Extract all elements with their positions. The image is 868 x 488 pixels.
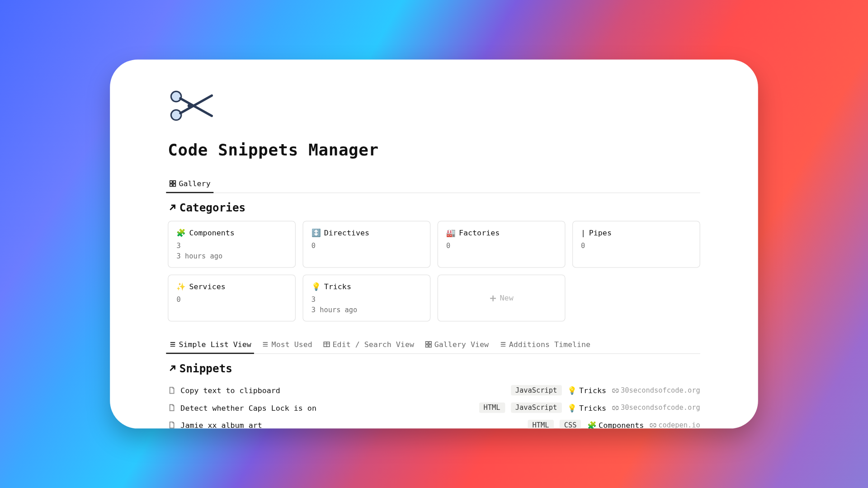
plus-icon [490,295,496,301]
svg-rect-5 [170,184,172,186]
gallery-icon [425,341,432,348]
category-card-directives[interactable]: ↕️ Directives 0 [302,221,430,268]
list-icon [169,341,177,348]
svg-rect-6 [173,184,175,186]
list-icon [262,341,269,348]
category-card-pipes[interactable]: | Pipes 0 [572,221,700,268]
northeast-arrow-icon [168,364,177,373]
category-count: 3 [311,296,422,304]
list-item[interactable]: Jamie xx album art HTML CSS 🧩 Components… [168,416,700,428]
snippets-list: Copy text to clipboard JavaScript 💡 Tric… [168,382,700,429]
gallery-icon [169,180,177,188]
page-title: Code Snippets Manager [168,141,700,160]
category-name: Factories [459,228,500,237]
northeast-arrow-icon [168,203,177,212]
scissors-icon [168,87,214,124]
section-label: Snippets [179,362,232,375]
category-name: Tricks [324,282,351,291]
tab-label: Gallery View [434,340,489,348]
list-icon [499,341,507,348]
app-window: Code Snippets Manager Gallery Categories… [110,60,758,429]
svg-point-1 [171,110,181,120]
link-icon [612,387,618,394]
snippet-category: 💡 Tricks [567,386,606,394]
snippets-heading[interactable]: Snippets [168,362,700,375]
language-tag: HTML [479,403,505,413]
tab-simple-list-view[interactable]: Simple List View [168,337,252,353]
category-emoji: 🧩 [176,229,185,237]
tab-label: Gallery [179,179,211,188]
category-emoji: ✨ [176,283,185,291]
snippet-title: Jamie xx album art [180,421,262,428]
category-emoji: ↕️ [311,229,321,237]
category-emoji: 🏭 [446,229,455,237]
category-card-components[interactable]: 🧩 Components 3 3 hours ago [168,221,296,268]
snippet-title: Copy text to clipboard [180,386,280,394]
document-icon [168,386,176,394]
list-item[interactable]: Copy text to clipboard JavaScript 💡 Tric… [168,382,700,399]
snippet-source: codepen.io [650,421,700,429]
document-icon [168,404,176,412]
svg-point-2 [188,104,191,107]
language-tag: CSS [559,420,581,428]
category-count: 3 [176,242,287,250]
document-icon [168,421,176,429]
svg-point-0 [171,91,181,102]
category-updated: 3 hours ago [311,306,422,314]
category-card-services[interactable]: ✨ Services 0 [168,275,296,322]
svg-rect-4 [173,181,175,183]
tab-label: Additions Timeline [509,340,590,348]
categories-view-tabs: Gallery [168,176,700,193]
svg-rect-10 [425,345,428,347]
categories-gallery: 🧩 Components 3 3 hours ago ↕️ Directives… [168,221,700,322]
tab-edit-search-view[interactable]: Edit / Search View [321,337,415,353]
list-item[interactable]: Detect whether Caps Lock is on HTML Java… [168,399,700,416]
category-name: Services [189,282,226,291]
category-name: Directives [324,228,369,237]
language-tag: HTML [528,420,553,428]
link-icon [650,422,656,428]
snippet-source: 30secondsofcode.org [612,386,700,394]
category-card-tricks[interactable]: 💡 Tricks 3 3 hours ago [302,275,430,322]
category-name: Components [189,228,235,237]
section-label: Categories [179,201,245,214]
category-count: 0 [176,296,287,304]
category-count: 0 [581,242,691,250]
category-emoji: 💡 [311,283,321,291]
language-tag: JavaScript [511,403,562,413]
tab-label: Most Used [272,340,312,348]
category-emoji: | [581,229,585,237]
snippet-source: 30secondsofcode.org [612,404,700,412]
category-updated: 3 hours ago [176,252,287,260]
svg-rect-11 [429,345,431,347]
snippets-view-tabs: Simple List View Most Used Edit / Search… [168,337,700,354]
language-tag: JavaScript [511,385,562,395]
table-icon [323,341,330,348]
svg-rect-3 [170,181,172,183]
new-label: New [500,294,514,302]
tab-label: Edit / Search View [333,340,414,348]
tab-gallery-view[interactable]: Gallery View [423,337,490,353]
snippet-category: 🧩 Components [587,421,644,428]
new-category-button[interactable]: New [438,275,566,322]
category-count: 0 [311,242,422,250]
svg-rect-9 [429,342,431,344]
category-count: 0 [446,242,557,250]
snippet-title: Detect whether Caps Lock is on [180,404,316,412]
tab-gallery[interactable]: Gallery [168,176,212,192]
tab-label: Simple List View [179,340,251,348]
snippet-category: 💡 Tricks [567,404,606,412]
category-name: Pipes [589,228,612,237]
category-card-factories[interactable]: 🏭 Factories 0 [438,221,566,268]
svg-rect-8 [425,342,428,344]
link-icon [612,404,618,411]
categories-heading[interactable]: Categories [168,201,700,214]
tab-additions-timeline[interactable]: Additions Timeline [498,337,591,353]
tab-most-used[interactable]: Most Used [260,337,313,353]
